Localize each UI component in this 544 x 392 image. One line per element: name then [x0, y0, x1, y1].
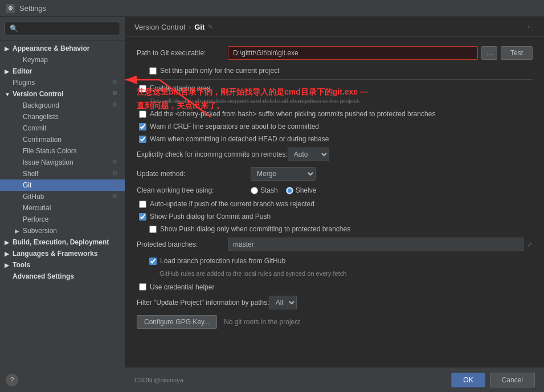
sidebar-item-keymap[interactable]: Keymap	[0, 54, 125, 66]
shelve-option[interactable]: Shelve	[286, 186, 317, 194]
collapse-arrow: ▶	[15, 228, 23, 234]
github-rules-hint: GitHub rules are added to the local rule…	[137, 270, 533, 278]
clean-tree-options: Stash Shelve	[251, 186, 316, 194]
gear-icon: ⚙	[112, 79, 120, 87]
gear-icon: ⚙	[112, 181, 120, 189]
sidebar-item-commit[interactable]: Commit	[0, 122, 125, 134]
sidebar-item-changelists[interactable]: Changelists	[0, 111, 125, 122]
breadcrumb-bar: Version Control › Git ✎ ←	[125, 17, 544, 37]
back-button[interactable]: ←	[526, 22, 535, 32]
filter-update-select[interactable]: All	[269, 296, 297, 309]
sidebar-item-tools[interactable]: ▶ Tools	[0, 259, 125, 271]
window-title: Settings	[19, 4, 46, 13]
breadcrumb-git[interactable]: Git	[194, 23, 204, 31]
use-credential-row: Use credential helper	[137, 283, 533, 291]
show-push-dialog-label: Show Push dialog for Commit and Push	[150, 213, 271, 220]
csdn-watermark: CSDN @nisinoya	[134, 377, 183, 383]
load-protection-checkbox[interactable]	[149, 258, 157, 265]
breadcrumb: Version Control › Git ✎	[134, 23, 213, 31]
gear-icon: ⚙	[112, 158, 120, 166]
search-input[interactable]	[5, 22, 120, 35]
sidebar-item-mercurial[interactable]: Mercurial	[0, 202, 125, 214]
incoming-commits-row: Explicitly check for incoming commits on…	[137, 148, 533, 161]
edit-icon[interactable]: ✎	[208, 23, 213, 31]
set-path-label: Set this path only for the current proje…	[160, 67, 279, 75]
cherry-pick-row: Add the <cherry-picked from hash> suffix…	[137, 110, 533, 118]
expand-button[interactable]: ⤢	[527, 240, 533, 248]
sidebar-item-shelf[interactable]: Shelf ⚙	[0, 168, 125, 179]
update-method-select[interactable]: Merge Rebase Branch Default	[251, 167, 316, 181]
show-push-dialog-row: Show Push dialog for Commit and Push	[137, 213, 533, 220]
gear-icon: ⚙	[112, 170, 120, 178]
sidebar-item-advanced[interactable]: Advanced Settings	[0, 271, 125, 282]
shelve-radio[interactable]	[286, 187, 293, 194]
sidebar-item-file-status-colors[interactable]: File Status Colors	[0, 145, 125, 157]
load-protection-row: Load branch protection rules from GitHub	[137, 257, 533, 265]
sidebar-item-plugins[interactable]: Plugins ⚙	[0, 77, 125, 88]
warn-detached-label: Warn when committing in detached HEAD or…	[150, 135, 329, 143]
staging-label: Enable staging area	[150, 84, 211, 92]
stash-option[interactable]: Stash	[251, 186, 278, 194]
collapse-arrow: ▶	[5, 68, 13, 75]
sidebar: ▶ Appearance & Behavior Keymap ▶ Editor …	[0, 17, 125, 392]
settings-content: Path to Git executable: ... Test Set thi…	[125, 37, 544, 368]
warn-detached-row: Warn when committing in detached HEAD or…	[137, 135, 533, 143]
warn-crlf-row: Warn if CRLF line separators are about t…	[137, 122, 533, 130]
sidebar-item-background[interactable]: Background ⚙	[0, 100, 125, 111]
protected-branches-input[interactable]	[228, 238, 523, 251]
staging-hint: This will disable changelists support an…	[137, 97, 533, 105]
ok-button[interactable]: OK	[451, 373, 485, 387]
search-box[interactable]	[0, 17, 125, 40]
sidebar-item-perforce[interactable]: Perforce	[0, 214, 125, 225]
sidebar-item-github[interactable]: GitHub ⚙	[0, 191, 125, 202]
sidebar-item-git[interactable]: Git ⚙	[0, 179, 125, 191]
sidebar-item-editor[interactable]: ▶ Editor	[0, 66, 125, 77]
help-button[interactable]: ?	[6, 374, 18, 386]
staging-checkbox[interactable]	[139, 85, 146, 92]
gear-icon: ⚙	[112, 90, 120, 98]
incoming-commits-select[interactable]: Auto Always Never	[288, 148, 329, 161]
cancel-button[interactable]: Cancel	[490, 373, 535, 387]
auto-update-label: Auto-update if push of the current branc…	[150, 200, 314, 208]
cherry-pick-label: Add the <cherry-picked from hash> suffix…	[150, 110, 435, 118]
path-label: Path to Git executable:	[137, 49, 228, 57]
breadcrumb-version-control[interactable]: Version Control	[134, 23, 185, 31]
sidebar-item-appearance[interactable]: ▶ Appearance & Behavior	[0, 43, 125, 54]
warn-detached-checkbox[interactable]	[139, 136, 146, 143]
sidebar-item-subversion[interactable]: ▶ Subversion	[0, 225, 125, 236]
collapse-arrow: ▼	[5, 91, 13, 97]
show-push-protected-label: Show Push dialog only when committing to…	[160, 225, 350, 233]
set-path-row: Set this path only for the current proje…	[137, 67, 533, 75]
configure-gpg-button[interactable]: Configure GPG Key...	[137, 315, 217, 329]
titlebar: ⚙ Settings	[0, 0, 544, 17]
set-path-checkbox[interactable]	[149, 67, 157, 75]
cherry-pick-checkbox[interactable]	[139, 111, 146, 118]
sidebar-item-issue-navigation[interactable]: Issue Navigation ⚙	[0, 157, 125, 168]
main-panel: Version Control › Git ✎ ← Path to Git ex…	[125, 17, 544, 392]
use-credential-checkbox[interactable]	[139, 283, 146, 291]
sidebar-item-languages[interactable]: ▶ Languages & Frameworks	[0, 248, 125, 259]
bottom-bar: CSDN @nisinoya OK Cancel	[125, 368, 544, 392]
test-button[interactable]: Test	[501, 46, 533, 60]
shelve-label: Shelve	[296, 186, 317, 194]
warn-crlf-checkbox[interactable]	[139, 123, 146, 130]
show-push-dialog-checkbox[interactable]	[139, 213, 146, 220]
app-icon: ⚙	[6, 4, 15, 13]
collapse-arrow: ▶	[5, 239, 13, 246]
warn-crlf-label: Warn if CRLF line separators are about t…	[150, 122, 319, 130]
update-method-row: Update method: Merge Rebase Branch Defau…	[137, 167, 533, 181]
show-push-protected-checkbox[interactable]	[149, 226, 157, 233]
auto-update-checkbox[interactable]	[139, 201, 146, 208]
sidebar-item-confirmation[interactable]: Confirmation	[0, 134, 125, 145]
sidebar-item-build[interactable]: ▶ Build, Execution, Deployment	[0, 236, 125, 248]
use-credential-label: Use credential helper	[150, 283, 214, 291]
filter-update-label: Filter "Update Project" information by p…	[137, 299, 269, 307]
collapse-arrow: ▶	[5, 251, 13, 257]
gear-icon: ⚙	[112, 193, 120, 201]
path-input[interactable]	[228, 46, 478, 60]
sidebar-item-version-control[interactable]: ▼ Version Control ⚙	[0, 88, 125, 100]
stash-radio[interactable]	[251, 187, 258, 194]
sidebar-tree: ▶ Appearance & Behavior Keymap ▶ Editor …	[0, 40, 125, 392]
divider1	[137, 79, 533, 80]
browse-button[interactable]: ...	[481, 46, 497, 60]
